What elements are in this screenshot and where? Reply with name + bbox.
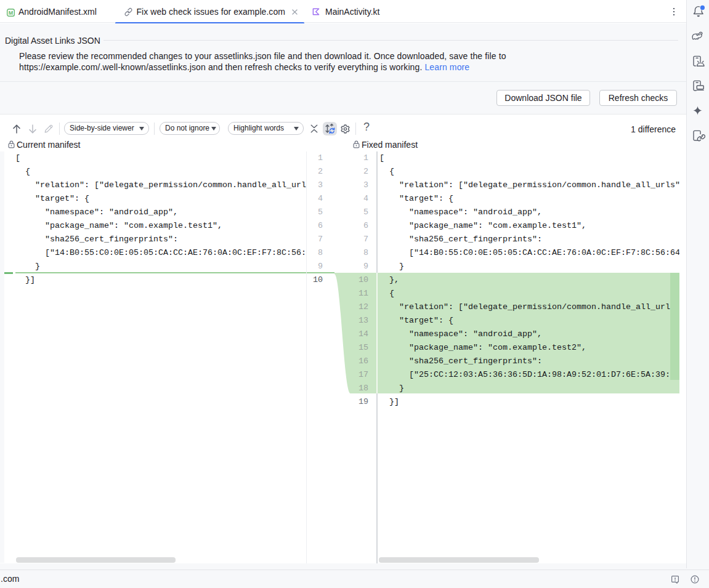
svg-text:M: M	[9, 9, 14, 15]
